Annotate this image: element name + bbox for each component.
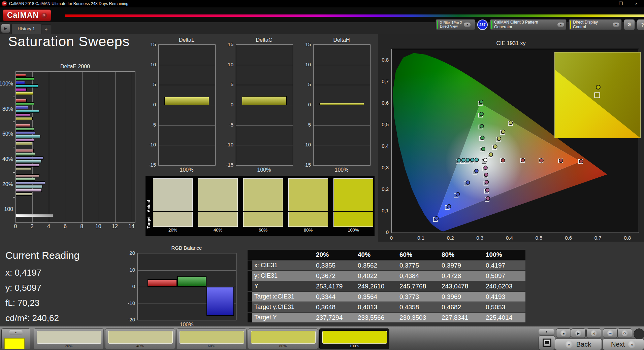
current-reading-values: x: 0,4197y: 0,5097fL: 70,23cd/m²: 240,62 bbox=[5, 268, 120, 331]
swatch-label: 100% bbox=[333, 228, 373, 233]
row-label: x: CIE31 bbox=[254, 262, 278, 269]
settings-button[interactable]: ⚙ bbox=[624, 19, 635, 30]
axis-tick-label: 0,5 bbox=[382, 121, 389, 127]
bar bbox=[16, 167, 31, 170]
pattern-tile-80%[interactable]: 80% bbox=[248, 328, 318, 349]
play-button[interactable]: ▶ bbox=[571, 328, 586, 338]
deltal-chart bbox=[158, 44, 216, 166]
bar bbox=[16, 84, 38, 88]
pattern-generator-dropdown[interactable]: CalMAN Client 3 Pattern Generator ▼ bbox=[490, 19, 567, 30]
column-header: 40% bbox=[358, 251, 371, 258]
axis-tick-label: 8 bbox=[77, 223, 87, 230]
pattern-label: 20% bbox=[34, 344, 103, 348]
bar bbox=[16, 124, 30, 127]
calman-logo: CalMAN bbox=[7, 11, 39, 20]
axis-tick-label: 10 bbox=[94, 223, 103, 230]
measured-marker bbox=[493, 145, 497, 148]
target-swatch bbox=[153, 212, 193, 227]
current-reading-title: Current Reading bbox=[5, 250, 79, 261]
actual-swatch bbox=[288, 178, 328, 211]
minimize-button[interactable]: – bbox=[598, 0, 613, 7]
axis-tick-label: 0,3 bbox=[473, 235, 487, 241]
collapse-up-icon[interactable]: ▲ bbox=[9, 330, 23, 335]
deltae-chart-title: DeltaE 2000 bbox=[15, 64, 135, 70]
maximize-button[interactable]: ❐ bbox=[613, 0, 629, 7]
pattern-tile-60%[interactable]: 60% bbox=[176, 328, 247, 349]
spectrum-bar bbox=[65, 14, 644, 17]
meter-mode: Direct View bbox=[440, 25, 462, 28]
gridline bbox=[132, 72, 132, 222]
measured-marker bbox=[483, 158, 487, 162]
page-title: Saturation Sweeps bbox=[8, 34, 130, 49]
pattern-swatch bbox=[180, 331, 244, 344]
axis-tick-label: 20 bbox=[124, 250, 135, 256]
single-measure-button[interactable]: [•] bbox=[586, 328, 601, 338]
tab-history-1[interactable]: History 1 bbox=[11, 23, 41, 34]
help-icon: ? bbox=[641, 22, 644, 28]
deltal-y-axis: 151050-5-10-15 bbox=[145, 44, 158, 165]
gridline bbox=[236, 85, 293, 85]
workflow-panel-toggle[interactable]: ▶ bbox=[1, 24, 10, 33]
collapse-up-icon[interactable]: ▲ bbox=[539, 329, 554, 335]
cell: 0,4358 bbox=[399, 304, 419, 311]
stop-icon: ■ bbox=[560, 330, 567, 336]
pattern-tile-100%[interactable]: 100% bbox=[319, 328, 389, 349]
cell: 0,4013 bbox=[358, 304, 377, 311]
target-swatch bbox=[243, 212, 283, 227]
axis-tick-label: 6 bbox=[61, 223, 70, 230]
pattern-window-button[interactable] bbox=[539, 336, 555, 350]
meter-dropdown[interactable]: X-Rite i1Pro 2 Direct View ▼ bbox=[436, 19, 475, 30]
pattern-label: 80% bbox=[248, 344, 318, 348]
pattern-tile-20%[interactable]: 20% bbox=[34, 328, 104, 349]
gridline bbox=[314, 145, 370, 145]
cell: 0,4197 bbox=[486, 262, 505, 269]
swatch-columns: 20%40%60%80%100% bbox=[146, 176, 375, 236]
bar bbox=[16, 153, 35, 156]
cell: 233,5566 bbox=[358, 314, 384, 321]
table-row: Target Y237,7294233,5566230,3503227,8341… bbox=[248, 313, 525, 322]
measured-marker bbox=[485, 180, 489, 184]
bar-red bbox=[148, 279, 177, 287]
stop-button[interactable]: ■ bbox=[556, 328, 571, 338]
pattern-swatch bbox=[37, 331, 101, 344]
measured-marker bbox=[501, 159, 505, 162]
saturation-swatch-column: 60% bbox=[243, 176, 283, 236]
bar bbox=[16, 92, 33, 95]
axis-tick-label: -20 bbox=[124, 317, 135, 322]
gridline bbox=[159, 65, 215, 65]
axis-tick-label: 0,6 bbox=[382, 100, 389, 106]
axis-tick-label: 15 bbox=[300, 41, 311, 47]
measured-marker bbox=[509, 121, 513, 125]
column-header: 80% bbox=[442, 251, 454, 258]
actual-swatch bbox=[333, 178, 373, 211]
bar-green bbox=[177, 276, 207, 287]
meter-count-badge[interactable]: 237 bbox=[477, 20, 488, 30]
next-button[interactable]: Next » bbox=[603, 339, 644, 350]
back-button[interactable]: « Back bbox=[555, 339, 602, 350]
cie-zoom-inset bbox=[554, 52, 641, 138]
measured-marker bbox=[466, 158, 470, 162]
refresh-button[interactable]: ⟳ bbox=[617, 328, 632, 338]
axis-tick-label: -10 bbox=[124, 300, 135, 306]
axis-tick-label: 12 bbox=[110, 223, 120, 230]
help-button[interactable]: ? bbox=[637, 19, 644, 30]
cie-x-axis: 00,10,20,30,40,50,60,70,8 bbox=[391, 235, 638, 242]
deltac-y-axis: 151050-5-10-15 bbox=[222, 44, 235, 165]
continuous-measure-button[interactable]: ∞ bbox=[603, 328, 618, 338]
single-measure-icon: [•] bbox=[591, 330, 597, 336]
close-button[interactable]: × bbox=[629, 0, 644, 7]
axis-tick-label: -5 bbox=[222, 122, 233, 128]
gridline bbox=[236, 65, 293, 65]
calman-menu-button[interactable]: CalMAN ▼ bbox=[3, 9, 51, 21]
axis-tick-label: 0 bbox=[145, 102, 156, 107]
add-tab-button[interactable]: + bbox=[41, 24, 51, 34]
axis-tick-label: 0 bbox=[124, 283, 135, 289]
source-status-strip bbox=[491, 21, 492, 29]
column-header: 20% bbox=[316, 251, 329, 258]
table-row: y: CIE310,36720,40220,43840,47280,5097 bbox=[248, 271, 525, 281]
display-control-dropdown[interactable]: Direct Display Control ▼ bbox=[569, 19, 622, 30]
cell: 0,4022 bbox=[358, 272, 377, 280]
target-swatch bbox=[333, 212, 373, 227]
pattern-tile-40%[interactable]: 40% bbox=[105, 328, 175, 349]
chevron-down-icon: ▼ bbox=[613, 23, 619, 27]
